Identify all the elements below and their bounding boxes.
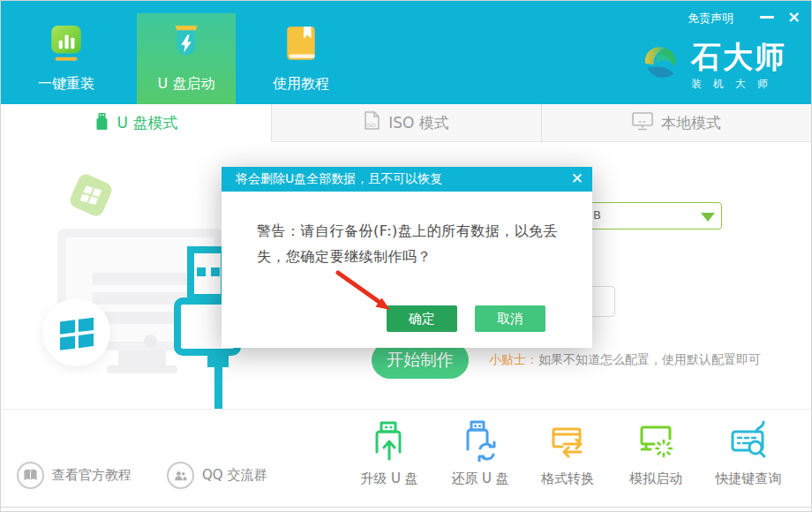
tab-label: 本地模式 [661,113,721,133]
brand-subtitle: 装机大师 [691,77,786,92]
qq-group-link[interactable]: QQ 交流群 [167,462,267,489]
book-outline-icon [17,462,44,489]
brand-logo-icon [638,40,682,87]
monitor-base [107,365,177,373]
tab-iso-mode[interactable]: ISO ISO 模式 [271,104,541,142]
tab-usb-mode[interactable]: U 盘模式 [1,104,271,142]
disclaimer-link[interactable]: 免责声明 [688,11,733,26]
mode-tab-strip: U 盘模式 ISO ISO 模式 本地模式 [1,104,811,142]
tab-local-mode[interactable]: 本地模式 [541,104,811,142]
footer-link-label: QQ 交流群 [202,467,267,484]
bar-chart-icon [46,24,86,68]
format-convert-icon [546,419,589,465]
tool-format-convert[interactable]: 格式转换 [523,419,612,487]
svg-text:ISO: ISO [366,122,376,128]
windows-badge-illustration [68,172,115,219]
upgrade-usb-icon [368,419,410,465]
usb-device-dropdown-value: B [593,208,601,222]
simulate-boot-icon [635,419,677,465]
app-window: 免责声明 × 一键重装 [0,0,812,512]
restore-usb-icon [459,419,501,465]
monitor-icon [632,112,653,134]
nav-tab-label: 使用教程 [273,75,329,94]
tool-label: 模拟启动 [629,471,682,487]
dialog-close-icon[interactable]: ✕ [571,169,583,187]
cancel-button[interactable]: 取消 [475,305,545,332]
minimize-icon[interactable] [760,16,774,19]
nav-tab-label: U 盘启动 [158,75,215,94]
windows-logo-circle [42,298,110,366]
tool-label: 快捷键查询 [716,471,782,487]
usb-stick-icon [94,113,109,134]
tool-label: 升级 U 盘 [360,471,418,487]
ok-button[interactable]: 确定 [387,305,457,332]
chevron-down-icon[interactable] [701,213,715,222]
tool-restore-usb[interactable]: 还原 U 盘 [436,419,524,487]
monitor-stand [118,350,166,366]
footer-bar: 查看官方教程 QQ 交流群 升级 U 盘 [1,409,811,508]
tip-label: 小贴士： [489,352,538,366]
book-icon [281,24,321,68]
tip-text: 小贴士：如果不知道怎么配置，使用默认配置即可 [489,352,761,368]
nav-tab-tutorial[interactable]: 使用教程 [252,13,350,104]
brand-logo: 石大师 装机大师 [638,40,786,92]
close-icon[interactable]: × [787,8,801,26]
tool-label: 格式转换 [541,471,594,487]
official-tutorial-link[interactable]: 查看官方教程 [17,462,132,489]
dialog-titlebar: 将会删除U盘全部数据，且不可以恢复 ✕ [222,167,592,192]
dialog-message: 警告：请自行备份(F:)盘上的所有数据，以免丢失，您确定要继续制作吗？ [257,218,578,269]
nav-tab-usb-boot[interactable]: U 盘启动 [137,13,236,104]
tool-hotkey-query[interactable]: 快捷键查询 [704,419,793,487]
dialog-title: 将会删除U盘全部数据，且不可以恢复 [236,171,442,187]
tool-simulate-boot[interactable]: 模拟启动 [612,419,700,487]
people-icon [167,462,194,489]
usb-cable [214,365,222,411]
shield-lightning-icon [166,24,207,68]
tool-upgrade-usb[interactable]: 升级 U 盘 [345,419,433,487]
nav-tab-one-key-reinstall[interactable]: 一键重装 [17,13,116,104]
footer-link-label: 查看官方教程 [52,467,132,484]
tab-label: ISO 模式 [388,113,449,133]
tab-label: U 盘模式 [117,113,178,133]
nav-tab-label: 一键重装 [38,75,94,94]
tool-label: 还原 U 盘 [451,471,509,487]
confirm-dialog: 将会删除U盘全部数据，且不可以恢复 ✕ 警告：请自行备份(F:)盘上的所有数据，… [222,167,592,348]
hotkey-query-icon [727,419,770,465]
tip-body: 如果不知道怎么配置，使用默认配置即可 [538,352,761,366]
iso-file-icon: ISO [364,111,380,134]
header-bar: 免责声明 × 一键重装 [1,1,811,104]
brand-name: 石大师 [691,40,786,73]
